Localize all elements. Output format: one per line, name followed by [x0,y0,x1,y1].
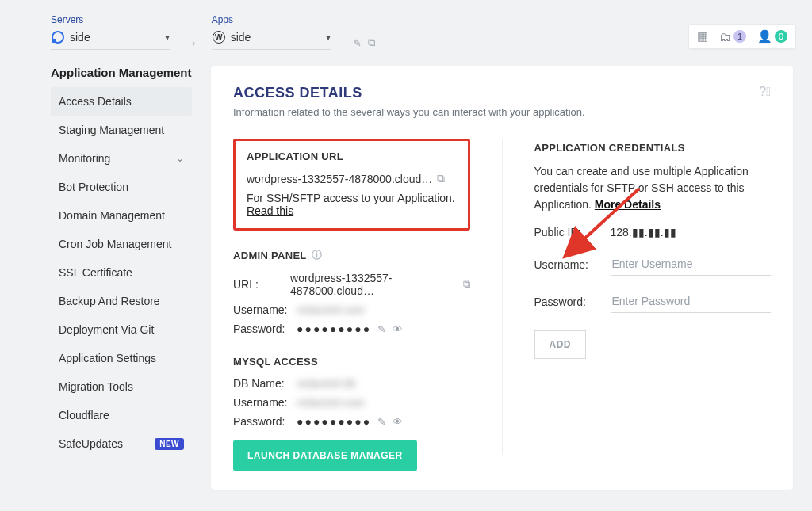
sidebar: Application Management Access Details St… [51,66,192,490]
admin-username-label: Username: [233,303,297,316]
application-url-highlight: APPLICATION URL wordpress-1332557-487800… [233,139,470,231]
reveal-password-icon[interactable]: 👁 [393,323,403,335]
sidebar-item-safeupdates[interactable]: SafeUpdates NEW [51,429,192,458]
admin-password-label: Password: [233,322,297,335]
top-right-widgets: ▦ 🗂1 👤0 [688,24,796,49]
servers-dropdown[interactable]: Servers side ▾ [51,14,170,50]
mysql-user-value: redacted-user [297,396,365,409]
wordpress-icon: W [212,30,226,44]
apps-dropdown[interactable]: Apps W side ▾ [212,14,331,50]
sidebar-item-app-settings[interactable]: Application Settings [51,344,192,372]
panel-subtitle: Information related to the several ways … [233,106,585,118]
sidebar-item-domain[interactable]: Domain Management [51,201,192,230]
sidebar-item-git[interactable]: Deployment Via Git [51,315,192,344]
sidebar-item-cloudflare[interactable]: Cloudflare [51,401,192,429]
sidebar-item-monitoring[interactable]: Monitoring⌄ [51,144,192,173]
add-credential-button[interactable]: ADD [534,330,587,359]
mysql-db-label: DB Name: [233,377,297,390]
info-icon[interactable]: ⓘ [312,248,322,262]
admin-url-value: wordpress-1332557-4878000.cloud… [290,272,456,297]
projects-badge: 1 [733,30,746,43]
credentials-heading: APPLICATION CREDENTIALS [534,142,772,154]
edit-app-icon[interactable]: ✎ [353,37,362,49]
vertical-divider [502,139,503,455]
help-icon[interactable]: ?⃝ [759,85,771,99]
application-url-value: wordpress-1332557-4878000.cloud… [247,173,432,185]
user-icon[interactable]: 👤0 [757,29,787,44]
cred-password-label: Password: [534,296,611,308]
edit-mysql-password-icon[interactable]: ✎ [377,416,386,428]
main-panel: ACCESS DETAILS Information related to th… [211,66,793,490]
open-admin-url-icon[interactable]: ⧉ [463,278,470,291]
public-ip-value: 128.▮▮.▮▮.▮▮ [611,226,676,238]
sidebar-item-migration[interactable]: Migration Tools [51,372,192,401]
new-badge: NEW [155,438,184,450]
application-url-heading: APPLICATION URL [247,151,457,162]
more-details-link[interactable]: More Details [595,198,661,211]
launch-database-button[interactable]: LAUNCH DATABASE MANAGER [233,440,417,471]
cred-username-label: Username: [534,258,611,271]
caret-down-icon: ▾ [165,32,170,43]
edit-password-icon[interactable]: ✎ [377,323,386,335]
sidebar-item-bot-protection[interactable]: Bot Protection [51,173,192,201]
mysql-pass-label: Password: [233,415,297,428]
admin-url-label: URL: [233,278,290,291]
user-badge: 0 [775,30,787,43]
admin-password-value: ●●●●●●●●● [297,322,371,335]
read-this-link[interactable]: Read this [247,204,293,217]
ssh-note: For SSH/SFTP access to your Application.… [247,192,457,217]
reveal-mysql-password-icon[interactable]: 👁 [393,416,403,428]
cred-username-input[interactable] [611,253,772,276]
breadcrumb-arrow-icon: › [192,36,196,49]
sidebar-heading: Application Management [51,66,192,79]
mysql-heading: MYSQL ACCESS [233,356,470,368]
sidebar-item-cron[interactable]: Cron Job Management [51,230,192,258]
admin-panel-heading: ADMIN PANEL ⓘ [233,248,470,262]
credentials-text: You can create and use multiple Applicat… [534,163,772,213]
open-url-icon[interactable]: ⧉ [437,172,445,185]
sidebar-item-access-details[interactable]: Access Details [51,87,192,116]
chevron-down-icon: ⌄ [176,153,184,164]
panel-title: ACCESS DETAILS [233,85,585,101]
cred-password-input[interactable] [611,290,772,313]
mysql-pass-value: ●●●●●●●●● [297,415,371,428]
grid-view-icon[interactable]: ▦ [697,29,708,44]
projects-icon[interactable]: 🗂1 [719,30,746,44]
apps-label: Apps [212,14,331,25]
open-app-icon[interactable]: ⧉ [368,36,375,49]
admin-username-value: redacted-user [297,303,365,316]
mysql-user-label: Username: [233,396,297,409]
caret-down-icon: ▾ [326,32,331,43]
sidebar-item-staging[interactable]: Staging Management [51,116,192,144]
app-selected: side [231,31,321,44]
sidebar-item-backup[interactable]: Backup And Restore [51,287,192,315]
digitalocean-icon [51,30,65,44]
servers-label: Servers [51,14,170,25]
public-ip-label: Public IP: [534,226,611,238]
sidebar-item-ssl[interactable]: SSL Certificate [51,258,192,287]
mysql-db-value: redacted-db [297,377,356,390]
server-selected: side [70,31,160,44]
